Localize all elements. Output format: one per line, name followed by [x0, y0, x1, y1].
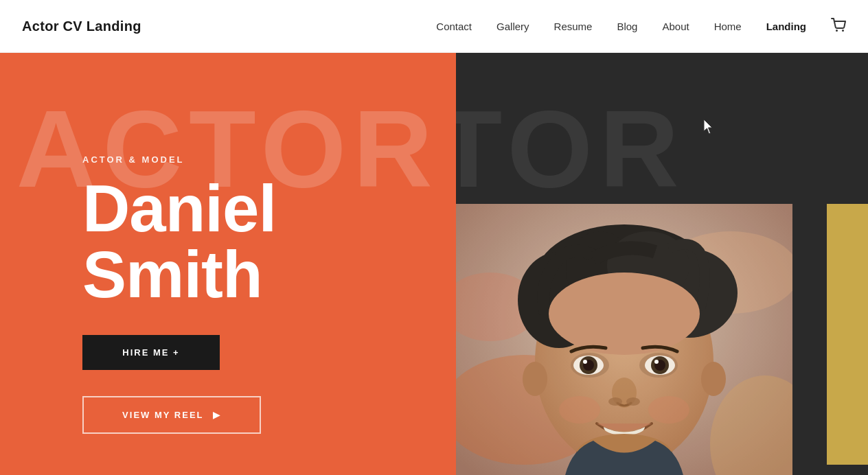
actor-photo: [456, 204, 792, 475]
view-reel-label: VIEW MY REEL: [122, 410, 203, 420]
hero-name: Daniel Smith: [82, 176, 456, 308]
hero-name-line2: Smith: [82, 238, 262, 311]
hero-name-line1: Daniel: [82, 172, 276, 245]
gold-accent-strip: [827, 204, 868, 465]
nav-about[interactable]: About: [662, 21, 689, 32]
hero-bg-text-right: TOR: [456, 94, 868, 204]
play-icon: ▶: [213, 410, 221, 420]
hero-right-panel: TOR: [456, 53, 868, 475]
hero-left-panel: ACTOR ACTOR & MODEL Daniel Smith HIRE ME…: [0, 53, 456, 475]
site-logo[interactable]: Actor CV Landing: [22, 19, 141, 34]
hire-me-button[interactable]: HIRE ME +: [82, 335, 220, 370]
view-reel-button[interactable]: VIEW MY REEL ▶: [82, 396, 261, 434]
nav-resume[interactable]: Resume: [554, 21, 593, 32]
cart-icon[interactable]: [831, 18, 846, 35]
mouse-cursor: [703, 119, 717, 132]
hero-subtitle: ACTOR & MODEL: [82, 154, 456, 165]
svg-rect-34: [456, 204, 792, 475]
nav-home[interactable]: Home: [714, 21, 742, 32]
hero-section: ACTOR ACTOR & MODEL Daniel Smith HIRE ME…: [0, 53, 868, 475]
site-header: Actor CV Landing Contact Gallery Resume …: [0, 0, 868, 53]
svg-point-1: [842, 30, 844, 32]
svg-point-0: [836, 30, 838, 32]
nav-contact[interactable]: Contact: [436, 21, 472, 32]
nav-landing[interactable]: Landing: [766, 21, 806, 32]
nav-blog[interactable]: Blog: [617, 21, 637, 32]
nav-gallery[interactable]: Gallery: [496, 21, 529, 32]
main-nav: Contact Gallery Resume Blog About Home L…: [436, 18, 846, 35]
